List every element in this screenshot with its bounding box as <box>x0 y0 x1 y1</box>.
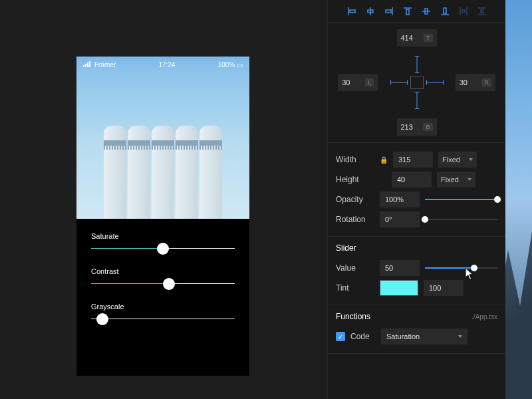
tint-swatch[interactable] <box>380 280 418 296</box>
rotation-input[interactable]: 0° <box>380 211 420 227</box>
inspector-panel: 414T 30L 30R 213B Width 🔒 315 Fixed <box>327 0 505 399</box>
code-dropdown[interactable]: Saturation <box>381 329 467 344</box>
signal-icon <box>83 61 90 67</box>
align-center-h-icon[interactable] <box>362 3 379 19</box>
width-input[interactable]: 315 <box>393 152 433 168</box>
lock-icon[interactable]: 🔒 <box>380 156 388 164</box>
photo-preview <box>76 72 249 219</box>
canvas-area[interactable]: Framer 17:24 100% ▭ Saturate Contrast <box>0 0 327 399</box>
pin-box[interactable] <box>388 53 446 112</box>
align-right-icon[interactable] <box>380 3 398 19</box>
saturate-label: Saturate <box>91 232 235 240</box>
constraint-left-input[interactable]: 30L <box>338 74 378 91</box>
value-label: Value <box>336 263 374 273</box>
grayscale-slider[interactable] <box>91 319 235 319</box>
functions-path: ./App.tsx <box>471 313 497 321</box>
width-label: Width <box>336 155 374 164</box>
grayscale-label: Grayscale <box>91 303 235 311</box>
clock: 17:24 <box>158 61 175 68</box>
rotation-label: Rotation <box>336 215 374 224</box>
constraint-top-input[interactable]: 414T <box>397 29 437 47</box>
code-checkbox[interactable]: ✓ <box>336 332 345 341</box>
tint-input[interactable]: 100 <box>424 280 464 296</box>
contrast-control: Contrast <box>91 267 235 284</box>
distribute-v-icon[interactable] <box>473 3 491 19</box>
svg-rect-11 <box>444 8 446 13</box>
align-top-icon[interactable] <box>399 3 416 19</box>
value-input[interactable]: 50 <box>380 260 420 276</box>
opacity-label: Opacity <box>336 195 374 204</box>
constraint-bottom-input[interactable]: 213B <box>397 118 437 136</box>
rotation-slider[interactable] <box>425 219 497 220</box>
contrast-label: Contrast <box>91 267 235 275</box>
svg-rect-1 <box>350 10 355 13</box>
align-bottom-icon[interactable] <box>436 3 454 19</box>
height-input[interactable]: 40 <box>392 172 432 188</box>
distribute-h-icon[interactable] <box>455 3 472 19</box>
functions-section: Functions ./App.tsx ✓ Code Saturation <box>328 305 505 354</box>
constraints-section: 414T 30L 30R 213B <box>328 23 505 143</box>
value-slider[interactable] <box>425 267 497 269</box>
width-mode-dropdown[interactable]: Fixed <box>438 152 477 168</box>
svg-rect-5 <box>386 10 391 13</box>
carrier: Framer <box>83 61 116 68</box>
svg-rect-14 <box>462 10 465 13</box>
opacity-input[interactable]: 100% <box>380 192 420 207</box>
alignment-toolbar <box>328 0 505 23</box>
slider-title: Slider <box>336 243 497 253</box>
opacity-slider[interactable] <box>425 199 497 200</box>
contrast-slider[interactable] <box>91 283 235 284</box>
battery: 100% ▭ <box>218 61 243 68</box>
grayscale-control: Grayscale <box>91 303 235 319</box>
cursor-icon <box>465 267 475 279</box>
align-left-icon[interactable] <box>343 3 360 19</box>
svg-rect-17 <box>481 10 483 13</box>
functions-title: Functions <box>336 312 370 321</box>
height-mode-dropdown[interactable]: Fixed <box>437 172 475 188</box>
building-graphic <box>103 126 223 219</box>
constraint-right-input[interactable]: 30R <box>456 74 495 91</box>
slider-section: Slider Value 50 Tint 100 <box>328 237 505 305</box>
phone-frame[interactable]: Framer 17:24 100% ▭ Saturate Contrast <box>76 57 249 376</box>
code-label: Code <box>350 332 376 341</box>
app-window: Framer 17:24 100% ▭ Saturate Contrast <box>0 0 505 399</box>
align-center-v-icon[interactable] <box>418 3 435 19</box>
phone-controls: Saturate Contrast Grayscale <box>76 219 249 351</box>
tint-label: Tint <box>336 283 374 293</box>
saturate-slider[interactable] <box>91 248 235 249</box>
phone-statusbar: Framer 17:24 100% ▭ <box>76 57 249 72</box>
size-section: Width 🔒 315 Fixed Height 40 Fixed Opacit… <box>328 143 505 237</box>
svg-rect-7 <box>406 9 409 15</box>
saturate-control: Saturate <box>91 232 235 249</box>
height-label: Height <box>336 175 374 184</box>
